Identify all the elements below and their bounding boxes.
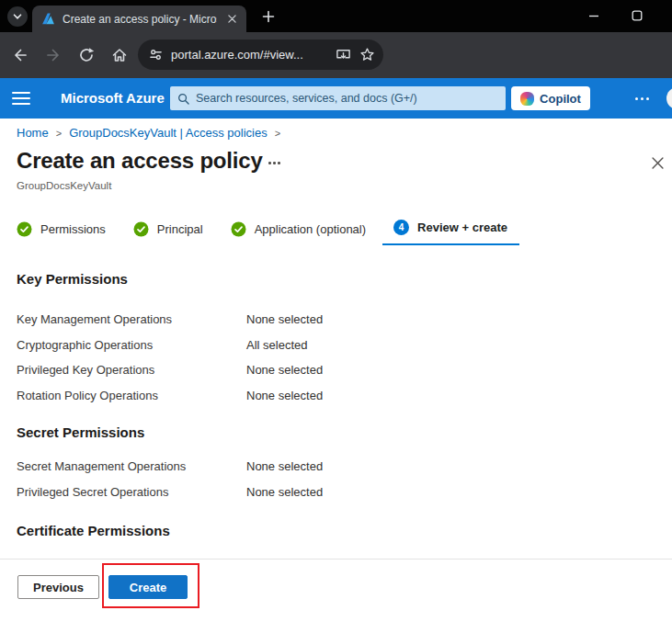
copilot-button[interactable]: Copilot xyxy=(511,86,590,110)
table-row: Secret Management Operations None select… xyxy=(17,460,655,473)
reload-icon[interactable] xyxy=(75,44,97,66)
window-maximize-button[interactable] xyxy=(623,6,651,26)
tab-close-icon[interactable] xyxy=(224,11,240,27)
install-app-icon[interactable] xyxy=(336,47,351,62)
home-icon[interactable] xyxy=(108,44,131,66)
row-label: Privileged Key Operations xyxy=(17,364,246,377)
row-label: Rotation Policy Operations xyxy=(17,390,246,402)
create-button[interactable]: Create xyxy=(108,575,188,599)
url-text[interactable]: portal.azure.com/#view... xyxy=(171,48,327,62)
browser-titlebar: Create an access policy - Micros xyxy=(0,0,672,32)
table-row: Privileged Secret Operations None select… xyxy=(17,486,655,499)
azure-brand[interactable]: Microsoft Azure xyxy=(61,78,165,119)
row-value: None selected xyxy=(246,486,655,499)
window-minimize-button[interactable] xyxy=(580,6,608,26)
copilot-icon xyxy=(520,92,534,106)
new-tab-button[interactable] xyxy=(260,8,277,25)
row-value: None selected xyxy=(246,390,655,402)
tab-search-button[interactable] xyxy=(7,6,28,27)
hamburger-menu-icon[interactable] xyxy=(12,90,30,107)
azure-logo-icon xyxy=(41,12,55,26)
row-label: Cryptographic Operations xyxy=(17,339,246,352)
table-row: Cryptographic Operations All selected xyxy=(17,339,655,352)
page-blade: Home > GroupDocsKeyVault | Access polici… xyxy=(0,119,672,633)
site-settings-icon[interactable] xyxy=(149,48,163,62)
secret-permissions-rows: Secret Management Operations None select… xyxy=(17,460,655,511)
row-label: Secret Management Operations xyxy=(17,460,246,473)
browser-tab[interactable]: Create an access policy - Micros xyxy=(32,6,246,32)
section-heading-certificate-permissions: Certificate Permissions xyxy=(17,523,170,538)
row-label: Privileged Secret Operations xyxy=(17,486,246,499)
screen: Create an access policy - Micros xyxy=(0,0,672,633)
row-label: Key Management Operations xyxy=(17,313,246,326)
table-row: Privileged Key Operations None selected xyxy=(17,364,655,377)
azure-search-box[interactable] xyxy=(170,86,506,110)
search-input[interactable] xyxy=(196,92,498,105)
azure-header: Microsoft Azure Copilot xyxy=(0,78,672,119)
avatar[interactable] xyxy=(666,87,672,109)
row-value: None selected xyxy=(246,364,655,377)
search-icon xyxy=(177,93,189,105)
forward-icon[interactable] xyxy=(42,44,64,66)
table-row: Rotation Policy Operations None selected xyxy=(17,390,655,402)
tab-title: Create an access policy - Micros xyxy=(63,13,217,26)
section-heading-secret-permissions: Secret Permissions xyxy=(17,424,144,440)
section-heading-key-permissions: Key Permissions xyxy=(17,271,128,287)
browser-toolbar: portal.azure.com/#view... xyxy=(0,32,672,78)
chevron-down-icon xyxy=(12,11,23,22)
review-content: Key Permissions Key Management Operation… xyxy=(0,119,672,633)
copilot-label: Copilot xyxy=(540,92,581,106)
row-value: None selected xyxy=(246,460,655,473)
row-value: All selected xyxy=(246,339,655,352)
row-value: None selected xyxy=(246,313,655,326)
more-options-icon[interactable] xyxy=(635,78,649,119)
address-bar[interactable]: portal.azure.com/#view... xyxy=(138,40,383,70)
bookmark-star-icon[interactable] xyxy=(359,47,375,62)
back-icon[interactable] xyxy=(9,44,31,66)
footer-divider xyxy=(0,559,672,560)
key-permissions-rows: Key Management Operations None selected … xyxy=(17,313,655,414)
table-row: Key Management Operations None selected xyxy=(17,313,655,326)
previous-button[interactable]: Previous xyxy=(17,575,99,599)
